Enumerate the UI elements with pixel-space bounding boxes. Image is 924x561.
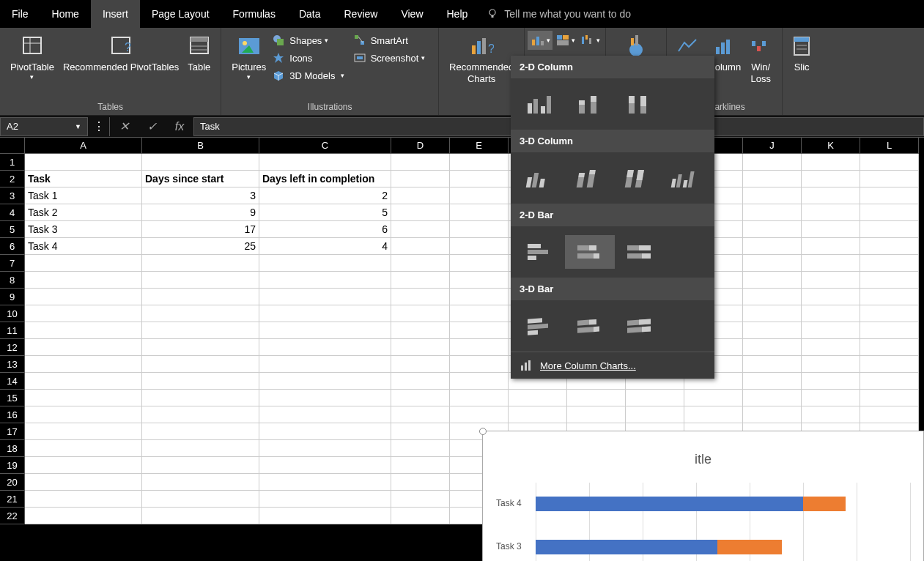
confirm-icon[interactable]: ✓ <box>138 119 166 133</box>
column-header[interactable]: E <box>450 138 509 154</box>
cell[interactable] <box>25 289 142 305</box>
cell[interactable] <box>743 373 802 390</box>
row-header[interactable]: 19 <box>0 457 25 474</box>
cell[interactable] <box>743 390 802 406</box>
cell[interactable] <box>450 305 509 322</box>
cell[interactable] <box>142 339 259 356</box>
cell[interactable] <box>25 154 142 171</box>
cell[interactable] <box>142 373 259 390</box>
cell[interactable] <box>391 373 450 390</box>
row-header[interactable]: 2 <box>0 171 25 187</box>
cell[interactable] <box>391 238 450 255</box>
cell[interactable] <box>142 508 259 524</box>
cell[interactable] <box>802 373 860 390</box>
cell[interactable] <box>802 187 860 204</box>
cell[interactable] <box>743 339 802 356</box>
cell[interactable] <box>743 221 802 238</box>
chart-3d-100stacked-bar[interactable] <box>615 309 665 343</box>
cell[interactable] <box>802 356 860 373</box>
fx-icon[interactable]: fx <box>166 120 193 133</box>
cell[interactable] <box>259 255 391 272</box>
chart-3d-clustered-bar[interactable] <box>515 309 565 343</box>
column-header[interactable]: A <box>25 138 142 154</box>
cell[interactable] <box>802 339 860 356</box>
cell[interactable] <box>802 390 860 406</box>
cell[interactable] <box>259 406 391 423</box>
row-header[interactable]: 11 <box>0 322 25 339</box>
cell[interactable] <box>743 356 802 373</box>
cell[interactable] <box>860 204 919 221</box>
embedded-chart[interactable]: itle Days since start Days left in compl… <box>482 431 924 561</box>
cell[interactable] <box>626 406 684 423</box>
cell[interactable]: 3 <box>142 187 259 204</box>
cell[interactable] <box>391 255 450 272</box>
cell[interactable] <box>802 154 860 171</box>
row-header[interactable]: 9 <box>0 289 25 305</box>
cell[interactable] <box>450 322 509 339</box>
cell[interactable] <box>259 423 391 440</box>
cell[interactable] <box>450 255 509 272</box>
cell[interactable] <box>25 272 142 289</box>
cell[interactable] <box>259 390 391 406</box>
cell[interactable] <box>802 221 860 238</box>
cell[interactable] <box>567 390 626 406</box>
cell[interactable] <box>25 508 142 524</box>
cell[interactable] <box>450 373 509 390</box>
cell[interactable] <box>259 356 391 373</box>
bar-segment[interactable] <box>717 540 782 554</box>
cell[interactable] <box>802 204 860 221</box>
icons-button[interactable]: Icons <box>270 50 351 66</box>
cell[interactable] <box>743 154 802 171</box>
tab-formulas[interactable]: Formulas <box>221 0 287 28</box>
row-header[interactable]: 6 <box>0 238 25 255</box>
cell[interactable] <box>450 390 509 406</box>
cell[interactable] <box>509 390 567 406</box>
resize-handle[interactable] <box>479 428 487 435</box>
tab-file[interactable]: File <box>0 0 40 28</box>
cell[interactable] <box>802 322 860 339</box>
cell[interactable] <box>743 289 802 305</box>
cell[interactable] <box>743 272 802 289</box>
cell[interactable] <box>391 187 450 204</box>
cell[interactable] <box>391 171 450 187</box>
cell[interactable] <box>626 390 684 406</box>
chart-100stacked-column[interactable] <box>615 87 665 121</box>
row-header[interactable]: 5 <box>0 221 25 238</box>
cell[interactable] <box>259 508 391 524</box>
chart-clustered-column[interactable] <box>515 87 565 121</box>
cell[interactable]: 2 <box>259 187 391 204</box>
row-header[interactable]: 18 <box>0 440 25 457</box>
cell[interactable] <box>142 423 259 440</box>
rec-charts-button[interactable]: ? RecommendedCharts <box>445 31 518 112</box>
cell[interactable] <box>25 255 142 272</box>
pictures-button[interactable]: Pictures ▾ <box>227 31 270 102</box>
chart-3d-stacked-bar[interactable] <box>565 309 615 343</box>
cell[interactable] <box>391 423 450 440</box>
rec-pivot-button[interactable]: ? Recommended PivotTables <box>59 31 183 102</box>
cell[interactable] <box>743 204 802 221</box>
cell[interactable] <box>25 390 142 406</box>
cell[interactable] <box>860 356 919 373</box>
cell[interactable] <box>259 339 391 356</box>
row-header[interactable]: 21 <box>0 491 25 508</box>
cell[interactable] <box>802 305 860 322</box>
cell[interactable] <box>743 171 802 187</box>
cell[interactable] <box>860 305 919 322</box>
cell[interactable] <box>860 272 919 289</box>
cell[interactable] <box>391 305 450 322</box>
namebox-aux[interactable]: ⋮ <box>88 117 110 136</box>
cell[interactable] <box>743 187 802 204</box>
pivottable-button[interactable]: PivotTable ▾ <box>6 31 59 102</box>
cell[interactable]: 5 <box>259 204 391 221</box>
cell[interactable] <box>142 440 259 457</box>
cell[interactable] <box>450 356 509 373</box>
row-header[interactable]: 13 <box>0 356 25 373</box>
chart-title[interactable]: itle <box>483 431 923 467</box>
cell[interactable] <box>25 373 142 390</box>
cell[interactable] <box>450 221 509 238</box>
cell[interactable] <box>25 305 142 322</box>
cell[interactable] <box>450 272 509 289</box>
tab-review[interactable]: Review <box>333 0 390 28</box>
cell[interactable] <box>860 339 919 356</box>
cell[interactable] <box>802 238 860 255</box>
